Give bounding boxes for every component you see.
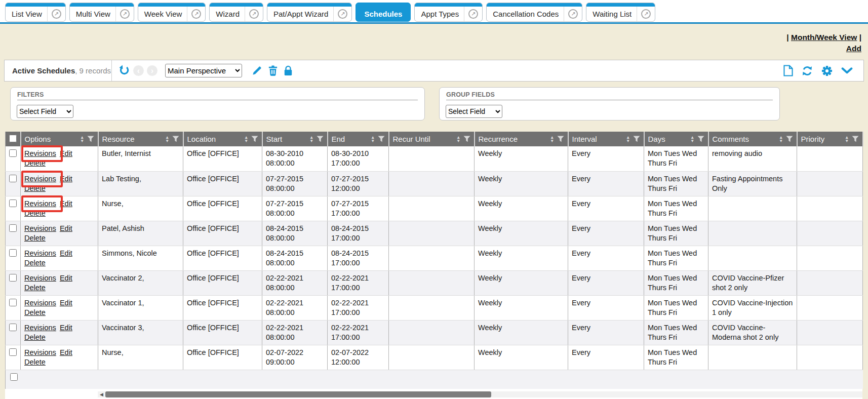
group-fields-select[interactable]: Select Field	[446, 105, 502, 118]
open-in-new-window-icon[interactable]: ↗	[245, 7, 263, 21]
revisions-link[interactable]: Revisions	[24, 224, 56, 232]
gear-icon[interactable]	[821, 65, 833, 76]
revisions-link[interactable]: Revisions	[24, 149, 56, 157]
tab-week-view[interactable]: Week View↗	[138, 3, 206, 22]
edit-link[interactable]: Edit	[60, 224, 72, 232]
tab-wizard[interactable]: Wizard↗	[209, 3, 263, 22]
delete-link[interactable]: Delete	[24, 259, 46, 267]
filter-icon[interactable]	[251, 136, 258, 142]
row-checkbox[interactable]	[9, 348, 17, 356]
tab-multi-view[interactable]: Multi View↗	[69, 3, 134, 22]
column-header-days[interactable]: Days▲▼	[644, 132, 708, 146]
edit-link[interactable]: Edit	[60, 149, 72, 157]
column-header-comments[interactable]: Comments▲▼	[708, 132, 797, 146]
tab-cancellation-codes[interactable]: Cancellation Codes↗	[486, 3, 582, 22]
open-in-new-window-icon[interactable]: ↗	[637, 7, 655, 21]
filter-icon[interactable]	[697, 136, 704, 142]
sort-icon[interactable]: ▲▼	[779, 136, 783, 143]
sort-icon[interactable]: ▲▼	[165, 136, 169, 143]
filter-icon[interactable]	[633, 136, 640, 142]
edit-link[interactable]: Edit	[60, 299, 72, 307]
edit-link[interactable]: Edit	[60, 274, 72, 282]
sort-icon[interactable]: ▲▼	[626, 136, 630, 143]
sort-icon[interactable]: ▲▼	[690, 136, 694, 143]
column-header-interval[interactable]: Interval▲▼	[568, 132, 644, 146]
scroll-left-arrow-icon[interactable]: ◀	[98, 391, 105, 397]
month-week-view-link[interactable]: Month/Week View	[791, 33, 857, 42]
filters-field-select[interactable]: Select Field	[17, 105, 73, 118]
tab-list-view[interactable]: List View↗	[5, 3, 66, 22]
open-in-new-window-icon[interactable]: ↗	[564, 7, 582, 21]
sort-icon[interactable]: ▲▼	[309, 136, 313, 143]
revisions-link[interactable]: Revisions	[24, 324, 56, 332]
column-header-location[interactable]: Location▲▼	[183, 132, 262, 146]
revisions-link[interactable]: Revisions	[24, 299, 56, 307]
sort-icon[interactable]: ▲▼	[550, 136, 554, 143]
row-checkbox[interactable]	[9, 224, 17, 232]
open-in-new-window-icon[interactable]: ↗	[115, 7, 134, 21]
sort-icon[interactable]: ▲▼	[371, 136, 375, 143]
delete-link[interactable]: Delete	[24, 284, 46, 292]
edit-link[interactable]: Edit	[60, 249, 72, 257]
trash-icon[interactable]	[268, 65, 278, 76]
delete-link[interactable]: Delete	[24, 159, 46, 167]
row-checkbox[interactable]	[9, 324, 17, 331]
filter-icon[interactable]	[378, 136, 385, 142]
prev-page-icon[interactable]: ‹	[133, 65, 144, 76]
open-in-new-window-icon[interactable]: ↗	[47, 7, 65, 21]
row-checkbox[interactable]	[9, 200, 17, 207]
tab-schedules[interactable]: Schedules	[356, 3, 411, 22]
row-checkbox[interactable]	[9, 249, 17, 257]
tab-pat-appt-wizard[interactable]: Pat/Appt Wizard↗	[267, 3, 352, 22]
perspective-select[interactable]: Main Perspective	[165, 64, 242, 77]
column-header-priority[interactable]: Priority▲▼	[797, 132, 863, 146]
tab-waiting-list[interactable]: Waiting List↗	[586, 3, 655, 22]
filter-icon[interactable]	[852, 136, 859, 142]
collapse-chevron-icon[interactable]	[841, 67, 853, 74]
open-in-new-window-icon[interactable]: ↗	[333, 7, 351, 21]
column-header-options[interactable]: Options▲▼	[21, 132, 98, 146]
delete-link[interactable]: Delete	[24, 333, 46, 341]
edit-link[interactable]: Edit	[60, 200, 72, 208]
delete-link[interactable]: Delete	[24, 209, 46, 217]
revisions-link[interactable]: Revisions	[24, 348, 56, 356]
sort-icon[interactable]: ▲▼	[80, 136, 84, 143]
select-all-checkbox[interactable]	[9, 135, 17, 142]
open-in-new-window-icon[interactable]: ↗	[464, 7, 482, 21]
column-header-end[interactable]: End▲▼	[328, 132, 389, 146]
restore-icon[interactable]	[119, 65, 130, 76]
delete-link[interactable]: Delete	[24, 358, 46, 366]
column-header-recur-until[interactable]: Recur Until▲▼	[389, 132, 475, 146]
revisions-link[interactable]: Revisions	[24, 175, 56, 183]
filter-icon[interactable]	[172, 136, 179, 142]
filter-icon[interactable]	[87, 136, 94, 142]
filter-icon[interactable]	[463, 136, 470, 142]
lock-icon[interactable]	[284, 65, 293, 76]
filter-icon[interactable]	[557, 136, 564, 142]
delete-link[interactable]: Delete	[24, 184, 46, 192]
add-link[interactable]: Add	[846, 44, 861, 53]
filter-icon[interactable]	[786, 136, 793, 142]
next-page-icon[interactable]: ›	[147, 65, 157, 76]
edit-link[interactable]: Edit	[60, 324, 72, 332]
open-in-new-window-icon[interactable]: ↗	[187, 7, 205, 21]
column-header-recurrence[interactable]: Recurrence▲▼	[475, 132, 568, 146]
row-checkbox[interactable]	[9, 299, 17, 306]
row-checkbox[interactable]	[9, 274, 17, 282]
revisions-link[interactable]: Revisions	[24, 249, 56, 257]
revisions-link[interactable]: Revisions	[24, 274, 56, 282]
revisions-link[interactable]: Revisions	[24, 200, 56, 208]
hscrollbar-thumb[interactable]	[105, 391, 491, 397]
sort-icon[interactable]: ▲▼	[244, 136, 248, 143]
column-header-start[interactable]: Start▲▼	[262, 132, 328, 146]
row-checkbox[interactable]	[9, 149, 17, 157]
horizontal-scrollbar[interactable]: ◀	[98, 391, 862, 397]
sort-icon[interactable]: ▲▼	[456, 136, 460, 143]
delete-link[interactable]: Delete	[24, 234, 46, 242]
tab-appt-types[interactable]: Appt Types↗	[414, 3, 483, 22]
refresh-icon[interactable]	[802, 65, 813, 76]
column-header-resource[interactable]: Resource▲▼	[98, 132, 183, 146]
delete-link[interactable]: Delete	[24, 308, 46, 316]
pencil-icon[interactable]	[252, 65, 262, 76]
edit-link[interactable]: Edit	[60, 175, 72, 183]
